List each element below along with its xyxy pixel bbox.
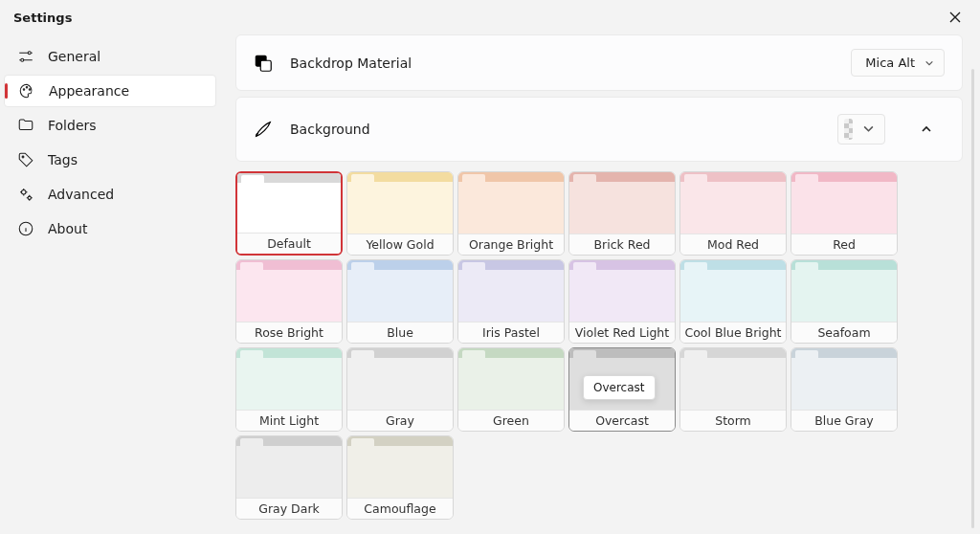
theme-preview bbox=[569, 172, 675, 234]
sidebar-item-advanced[interactable]: Advanced bbox=[4, 178, 216, 211]
theme-preview bbox=[791, 172, 897, 234]
theme-label: Blue bbox=[347, 322, 453, 343]
theme-preview bbox=[569, 260, 675, 322]
theme-option[interactable]: Green bbox=[457, 347, 565, 432]
theme-option[interactable]: Gray bbox=[346, 347, 454, 432]
theme-label: Yellow Gold bbox=[347, 234, 453, 255]
svg-point-1 bbox=[21, 58, 24, 61]
theme-option[interactable]: Mod Red bbox=[679, 171, 787, 256]
theme-preview bbox=[458, 172, 564, 234]
backdrop-material-dropdown[interactable]: Mica Alt bbox=[851, 49, 945, 77]
sidebar-item-label: Tags bbox=[48, 152, 78, 167]
theme-option[interactable]: Mint Light bbox=[235, 347, 343, 432]
theme-preview bbox=[347, 436, 453, 498]
theme-preview bbox=[347, 172, 453, 234]
theme-option[interactable]: Violet Red Light bbox=[568, 259, 676, 344]
sidebar-item-about[interactable]: About bbox=[4, 212, 216, 245]
svg-rect-10 bbox=[260, 60, 271, 71]
theme-preview bbox=[680, 348, 786, 410]
background-picker-button[interactable] bbox=[837, 114, 885, 145]
sidebar-item-general[interactable]: General bbox=[4, 40, 216, 73]
titlebar: Settings bbox=[0, 0, 980, 34]
sidebar-item-label: Folders bbox=[48, 118, 97, 133]
sidebar-item-appearance[interactable]: Appearance bbox=[4, 75, 216, 107]
svg-point-3 bbox=[26, 87, 28, 89]
theme-option[interactable]: OvercastOvercast bbox=[568, 347, 676, 432]
theme-tab-notch bbox=[795, 174, 818, 182]
theme-option[interactable]: Iris Pastel bbox=[457, 259, 565, 344]
scrollbar[interactable] bbox=[971, 69, 974, 528]
folder-icon bbox=[17, 117, 34, 134]
theme-label: Blue Gray bbox=[791, 410, 897, 431]
theme-label: Mod Red bbox=[680, 234, 786, 255]
dropdown-value: Mica Alt bbox=[865, 56, 915, 70]
theme-option[interactable]: Seafoam bbox=[791, 259, 898, 344]
theme-option[interactable]: Camouflage bbox=[346, 435, 454, 520]
sidebar-item-label: General bbox=[48, 49, 100, 64]
theme-preview bbox=[458, 260, 564, 322]
theme-label: Storm bbox=[680, 410, 786, 431]
theme-preview bbox=[791, 348, 897, 410]
theme-preview bbox=[791, 260, 897, 322]
theme-preview bbox=[237, 173, 341, 233]
backdrop-icon bbox=[252, 52, 275, 75]
content-area: Backdrop Material Mica Alt Background bbox=[222, 34, 980, 534]
theme-option[interactable]: Gray Dark bbox=[235, 435, 343, 520]
chevron-up-icon bbox=[921, 123, 932, 135]
theme-label: Cool Blue Bright bbox=[680, 322, 786, 343]
theme-preview bbox=[236, 348, 342, 410]
theme-label: Default bbox=[237, 233, 341, 254]
theme-option[interactable]: Red bbox=[791, 171, 898, 256]
checker-icon bbox=[844, 119, 853, 140]
sidebar-item-folders[interactable]: Folders bbox=[4, 109, 216, 142]
theme-tab-notch bbox=[351, 262, 374, 270]
theme-label: Camouflage bbox=[347, 498, 453, 519]
theme-tab-notch bbox=[240, 262, 263, 270]
theme-option[interactable]: Rose Bright bbox=[235, 259, 343, 344]
svg-point-2 bbox=[23, 89, 25, 91]
sidebar: General Appearance Folders Tags bbox=[0, 34, 222, 534]
theme-preview bbox=[680, 172, 786, 234]
theme-label: Red bbox=[791, 234, 897, 255]
theme-tab-notch bbox=[462, 174, 485, 182]
theme-tab-notch bbox=[351, 438, 374, 446]
theme-label: Iris Pastel bbox=[458, 322, 564, 343]
theme-label: Green bbox=[458, 410, 564, 431]
close-button[interactable] bbox=[942, 4, 969, 31]
svg-point-5 bbox=[22, 156, 24, 158]
theme-option[interactable]: Yellow Gold bbox=[346, 171, 454, 256]
theme-option[interactable]: Blue Gray bbox=[791, 347, 898, 432]
theme-preview bbox=[680, 260, 786, 322]
theme-tab-notch bbox=[795, 350, 818, 358]
window-title: Settings bbox=[13, 11, 72, 25]
brush-icon bbox=[252, 118, 275, 141]
theme-tab-notch bbox=[573, 174, 596, 182]
theme-option[interactable]: Orange Bright bbox=[457, 171, 565, 256]
theme-tab-notch bbox=[462, 262, 485, 270]
backdrop-material-label: Backdrop Material bbox=[290, 56, 835, 71]
theme-option[interactable]: Storm bbox=[679, 347, 787, 432]
sidebar-item-label: About bbox=[48, 221, 87, 236]
theme-label: Brick Red bbox=[569, 234, 675, 255]
sidebar-item-tags[interactable]: Tags bbox=[4, 144, 216, 176]
tag-icon bbox=[17, 151, 34, 168]
theme-label: Gray bbox=[347, 410, 453, 431]
theme-option[interactable]: Brick Red bbox=[568, 171, 676, 256]
theme-label: Mint Light bbox=[236, 410, 342, 431]
close-icon bbox=[948, 11, 962, 24]
chevron-down-icon bbox=[924, 58, 934, 68]
collapse-button[interactable] bbox=[908, 111, 945, 147]
theme-tab-notch bbox=[240, 350, 263, 358]
svg-point-7 bbox=[28, 196, 31, 199]
theme-tab-notch bbox=[573, 350, 596, 358]
info-icon bbox=[17, 220, 34, 237]
theme-label: Rose Bright bbox=[236, 322, 342, 343]
theme-grid: DefaultYellow GoldOrange BrightBrick Red… bbox=[235, 167, 963, 520]
theme-option[interactable]: Blue bbox=[346, 259, 454, 344]
theme-option[interactable]: Default bbox=[235, 171, 343, 256]
background-label: Background bbox=[290, 122, 822, 137]
svg-point-6 bbox=[22, 190, 27, 195]
theme-option[interactable]: Cool Blue Bright bbox=[679, 259, 787, 344]
theme-tab-notch bbox=[241, 175, 264, 183]
chevron-down-icon bbox=[862, 122, 875, 135]
